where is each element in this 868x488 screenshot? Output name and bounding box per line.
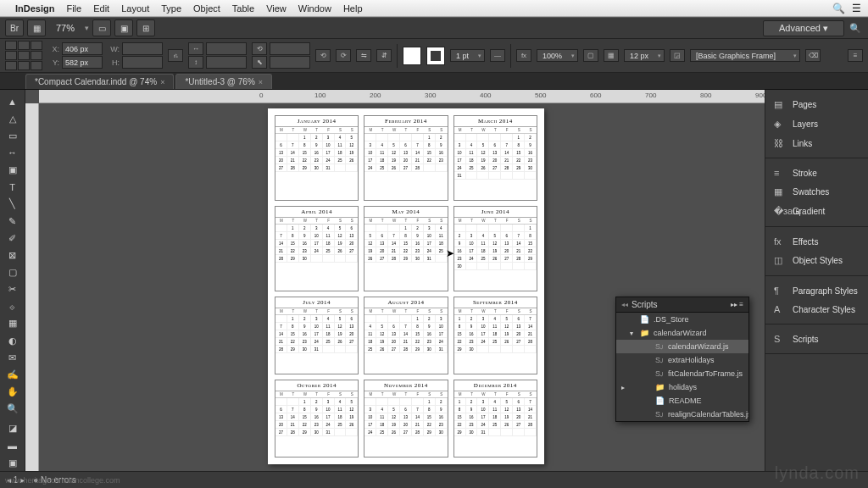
opacity[interactable]: 100% bbox=[537, 49, 578, 62]
reference-point[interactable] bbox=[5, 41, 42, 70]
eyedropper-tool-icon[interactable]: ✍ bbox=[3, 367, 23, 382]
clear-overrides-icon[interactable]: ⌫ bbox=[805, 49, 821, 62]
y-field[interactable]: 582 px bbox=[62, 56, 103, 69]
panel-character-styles[interactable]: ACharacter Styles bbox=[765, 300, 868, 319]
close-tab-icon[interactable]: × bbox=[160, 78, 164, 86]
script-item[interactable]: SᴊextraHolidays bbox=[616, 353, 748, 367]
menu-window[interactable]: Window bbox=[298, 3, 331, 14]
panel-object-styles[interactable]: ◫Object Styles bbox=[765, 251, 868, 270]
screen-mode-icon[interactable]: ▣ bbox=[114, 19, 133, 36]
menu-layout[interactable]: Layout bbox=[121, 3, 149, 14]
apply-color-icon[interactable]: ▬ bbox=[3, 438, 23, 453]
rotate-icon[interactable]: ⟲ bbox=[252, 42, 267, 55]
rotate-90-ccw-icon[interactable]: ⟲ bbox=[315, 49, 331, 62]
panel-gradient[interactable]: �защGradient bbox=[765, 202, 868, 221]
disclosure-icon[interactable]: ▾ bbox=[630, 330, 633, 337]
scale-y-icon[interactable]: ↕ bbox=[188, 56, 203, 69]
constrain-icon[interactable]: ⎌ bbox=[168, 49, 183, 62]
script-item[interactable]: 📄.DS_Store bbox=[616, 313, 748, 326]
rotate-90-cw-icon[interactable]: ⟳ bbox=[336, 49, 351, 62]
view-options-icon[interactable]: ▭ bbox=[92, 19, 111, 36]
x-field[interactable]: 406 px bbox=[62, 42, 103, 55]
script-item[interactable]: 📄README bbox=[616, 394, 748, 408]
control-menu-icon[interactable]: ≡ bbox=[848, 49, 863, 62]
rectangle-frame-tool-icon[interactable]: ⊠ bbox=[3, 247, 23, 263]
stock-icon[interactable]: ▦ bbox=[27, 19, 46, 36]
zoom-level[interactable]: 77% bbox=[49, 23, 81, 33]
hand-tool-icon[interactable]: ✋ bbox=[3, 384, 23, 399]
line-tool-icon[interactable]: ╲ bbox=[3, 197, 23, 212]
corner-size[interactable]: 12 px bbox=[624, 49, 665, 62]
fill-swatch[interactable] bbox=[403, 47, 421, 65]
collapse-icon[interactable]: ◂◂ bbox=[621, 301, 628, 308]
rectangle-tool-icon[interactable]: ▢ bbox=[3, 264, 23, 280]
menu-object[interactable]: Object bbox=[193, 3, 220, 14]
menu-table[interactable]: Table bbox=[232, 3, 254, 14]
script-item[interactable]: ▾📁calendarWizard bbox=[616, 326, 748, 340]
panel-paragraph-styles[interactable]: ¶Paragraph Styles bbox=[765, 281, 868, 300]
screen-mode-tool-icon[interactable]: ▣ bbox=[3, 455, 23, 470]
arrange-icon[interactable]: ⊞ bbox=[136, 19, 155, 36]
panel-scripts[interactable]: SScripts bbox=[765, 330, 868, 348]
stroke-style-icon[interactable]: — bbox=[490, 49, 505, 62]
folder-icon: 📁 bbox=[640, 329, 649, 337]
stroke-swatch[interactable] bbox=[426, 47, 445, 65]
menu-view[interactable]: View bbox=[266, 3, 287, 14]
script-item[interactable]: SᴊfitCalendarToFrame.js bbox=[616, 367, 748, 380]
direct-selection-tool-icon[interactable]: △ bbox=[3, 111, 23, 126]
script-item[interactable]: SᴊrealignCalendarTables.js bbox=[616, 408, 748, 421]
panel-layers[interactable]: ◈Layers bbox=[765, 114, 868, 134]
pencil-tool-icon[interactable]: ✐ bbox=[3, 230, 23, 246]
w-field[interactable] bbox=[122, 42, 163, 55]
panel-links[interactable]: ⛓Links bbox=[765, 134, 868, 152]
app-name[interactable]: InDesign bbox=[15, 3, 54, 14]
panel-effects[interactable]: fxEffects bbox=[765, 232, 868, 251]
gap-tool-icon[interactable]: ↔ bbox=[3, 145, 23, 160]
content-collector-icon[interactable]: ▣ bbox=[3, 163, 23, 178]
spotlight-icon[interactable]: 🔍 bbox=[832, 3, 845, 14]
menu-edit[interactable]: Edit bbox=[93, 3, 109, 14]
document-page[interactable]: January 2014MTWTFSS123456789101112131415… bbox=[268, 108, 544, 464]
bridge-icon[interactable]: Br bbox=[5, 19, 24, 36]
panel-stroke[interactable]: ≡Stroke bbox=[765, 164, 868, 182]
scissors-tool-icon[interactable]: ✂ bbox=[3, 282, 23, 297]
effects-icon[interactable]: fx bbox=[516, 49, 531, 62]
page-tool-icon[interactable]: ▭ bbox=[3, 128, 23, 143]
script-item[interactable]: SᴊcalendarWizard.js bbox=[616, 340, 748, 353]
shear-icon[interactable]: ⬉ bbox=[252, 56, 267, 69]
zoom-tool-icon[interactable]: 🔍 bbox=[3, 402, 23, 417]
gradient-feather-tool-icon[interactable]: ◐ bbox=[3, 333, 23, 348]
gradient-swatch-tool-icon[interactable]: ▦ bbox=[3, 316, 23, 331]
h-field[interactable] bbox=[122, 56, 163, 69]
pen-tool-icon[interactable]: ✎ bbox=[3, 214, 23, 229]
panel-pages[interactable]: ▤Pages bbox=[765, 95, 868, 114]
type-tool-icon[interactable]: T bbox=[3, 180, 23, 195]
corner-options-icon[interactable]: ◲ bbox=[670, 49, 685, 62]
document-tab[interactable]: *Untitled-3 @ 76%× bbox=[175, 74, 272, 89]
document-tab[interactable]: *Compact Calendar.indd @ 74%× bbox=[25, 74, 174, 89]
close-tab-icon[interactable]: × bbox=[259, 78, 263, 86]
menu-help[interactable]: Help bbox=[343, 3, 363, 14]
menu-type[interactable]: Type bbox=[161, 3, 181, 14]
drop-shadow-icon[interactable]: ▢ bbox=[583, 49, 598, 62]
flip-h-icon[interactable]: ⇋ bbox=[356, 49, 371, 62]
stroke-weight[interactable]: 1 pt bbox=[450, 49, 485, 62]
workspace-switcher[interactable]: Advanced ▾ bbox=[763, 20, 844, 36]
notification-center-icon[interactable]: ☰ bbox=[852, 3, 861, 14]
free-transform-tool-icon[interactable]: ⟐ bbox=[3, 299, 23, 314]
scripts-panel[interactable]: ◂◂ Scripts ▸▸ ≡ 📄.DS_Store▾📁calendarWiza… bbox=[615, 297, 749, 422]
script-item[interactable]: ▸📁holidays bbox=[616, 380, 748, 394]
object-style[interactable]: [Basic Graphics Frame] bbox=[690, 49, 800, 62]
panel-menu-icon[interactable]: ▸▸ ≡ bbox=[731, 301, 743, 308]
flip-v-icon[interactable]: ⇵ bbox=[376, 49, 392, 62]
text-wrap-icon[interactable]: ▦ bbox=[604, 49, 619, 62]
fill-stroke-icon[interactable]: ◪ bbox=[3, 421, 23, 436]
selection-tool-icon[interactable]: ▲ bbox=[3, 94, 23, 109]
note-tool-icon[interactable]: ✉ bbox=[3, 350, 23, 365]
menu-file[interactable]: File bbox=[66, 3, 81, 14]
links-icon: ⛓ bbox=[774, 138, 786, 148]
search-icon[interactable]: 🔍 bbox=[848, 20, 863, 36]
panel-swatches[interactable]: ▦Swatches bbox=[765, 182, 868, 202]
scale-x-icon[interactable]: ↔ bbox=[188, 42, 203, 55]
disclosure-icon[interactable]: ▸ bbox=[621, 384, 625, 391]
